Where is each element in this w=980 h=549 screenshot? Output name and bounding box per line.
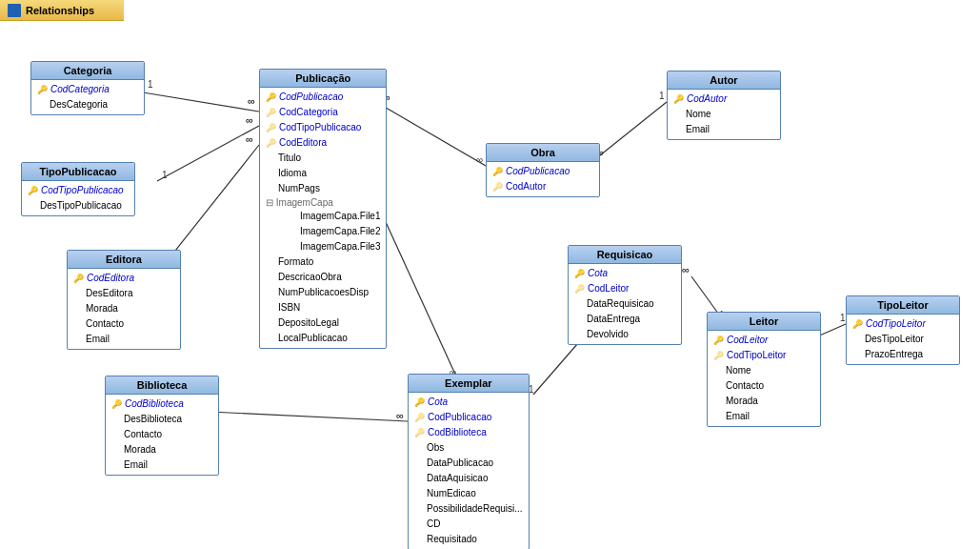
field-row: DesCategoria — [31, 97, 144, 112]
field-row: 🔑CodAutor — [487, 179, 599, 194]
field-row: 🔑CodPublicacao — [487, 164, 599, 179]
svg-text:∞: ∞ — [246, 133, 253, 145]
field-name: Contacto — [86, 317, 124, 331]
field-name: CodLeitor — [727, 334, 768, 347]
pk-icon: 🔑 — [37, 83, 48, 96]
field-row: NumPublicacoesDisp — [260, 285, 386, 300]
field-row: 🔑CodTipoPublicacao — [22, 183, 134, 198]
field-row: Email — [68, 332, 180, 347]
field-name: Email — [124, 458, 148, 472]
field-name: DesEditora — [86, 287, 132, 300]
table-requisicao: Requisicao🔑Cota🔑CodLeitorDataRequisicaoD… — [568, 245, 682, 345]
svg-line-0 — [143, 92, 259, 112]
pk-icon: 🔑 — [673, 92, 684, 106]
table-header-publicacao: Publicação — [260, 70, 386, 88]
expand-row[interactable]: ⊟ ImagemCapa — [260, 196, 386, 209]
field-row: Contacto — [708, 378, 820, 394]
field-row: Idioma — [260, 166, 386, 181]
pk-icon: 🔑 — [574, 267, 585, 280]
field-name: CodBiblioteca — [428, 426, 487, 439]
field-row: 🔑CodAutor — [668, 92, 780, 107]
field-row: Formato — [260, 254, 386, 270]
field-name: CodTipoPublicacao — [41, 184, 124, 197]
field-name: PossibilidadeRequisi... — [427, 502, 523, 516]
fk-icon: 🔑 — [713, 349, 724, 362]
field-row: PrazoEntrega — [847, 347, 959, 362]
field-name: CodEditora — [87, 272, 134, 285]
fk-icon: 🔑 — [414, 426, 425, 439]
field-name: CodCategoria — [279, 106, 338, 119]
fk-icon: 🔑 — [574, 282, 585, 295]
field-row: 🔑CodPublicacao — [260, 90, 386, 105]
svg-text:∞: ∞ — [476, 154, 483, 165]
field-name: DataEntrega — [587, 313, 640, 326]
table-categoria: Categoria🔑CodCategoriaDesCategoria — [30, 61, 145, 115]
pk-icon: 🔑 — [492, 165, 503, 178]
table-header-obra: Obra — [487, 144, 599, 162]
field-name: LocalPublicacao — [278, 332, 348, 345]
field-row: Nome — [668, 107, 780, 122]
field-row: Devolvido — [569, 327, 681, 342]
table-publicacao: Publicação🔑CodPublicacao🔑CodCategoria🔑Co… — [259, 69, 387, 349]
fk-icon: 🔑 — [266, 106, 276, 119]
table-autor: Autor🔑CodAutorNomeEmail — [667, 71, 781, 140]
field-row: 🔑CodCategoria — [31, 82, 144, 97]
pk-icon: 🔑 — [414, 396, 425, 409]
field-row: DesBiblioteca — [106, 412, 218, 427]
field-name: Cota — [428, 396, 448, 409]
table-header-categoria: Categoria — [31, 62, 144, 80]
svg-line-18 — [210, 412, 408, 421]
title-text: Relationships — [26, 5, 94, 16]
field-name: NumEdicao — [427, 487, 476, 500]
field-name: CodTipoLeitor — [866, 317, 926, 331]
field-row: Morada — [106, 442, 218, 458]
field-name: CodCategoria — [50, 83, 110, 96]
table-header-biblioteca: Biblioteca — [106, 376, 218, 395]
field-name: Email — [86, 333, 110, 346]
table-editora: Editora🔑CodEditoraDesEditoraMoradaContac… — [67, 250, 181, 350]
svg-text:1: 1 — [659, 91, 665, 101]
table-tipopublicacao: TipoPublicacao🔑CodTipoPublicacaoDesTipoP… — [21, 162, 135, 216]
table-header-tipoleitor: TipoLeitor — [847, 296, 959, 315]
field-name: Obs — [427, 441, 444, 455]
field-name: NumPublicacoesDisp — [278, 286, 369, 299]
field-row: 🔑CodBiblioteca — [409, 425, 529, 440]
field-name: Contacto — [726, 379, 764, 393]
field-name: Contacto — [124, 428, 162, 441]
svg-text:∞: ∞ — [246, 114, 253, 126]
field-row: ImagemCapa.File3 — [260, 239, 386, 254]
field-name: Cota — [588, 267, 608, 280]
field-row: DesTipoPublicacao — [22, 198, 134, 214]
field-row: Email — [106, 458, 218, 473]
svg-text:1: 1 — [148, 79, 153, 90]
field-row: ISBN — [260, 300, 386, 315]
field-name: Formato — [278, 255, 313, 269]
table-header-exemplar: Exemplar — [409, 375, 529, 393]
table-tipoleitor: TipoLeitor🔑CodTipoLeitorDesTipoLeitorPra… — [846, 295, 960, 365]
field-name: Morada — [726, 395, 758, 408]
svg-line-15 — [381, 212, 457, 378]
field-name: DesBiblioteca — [124, 413, 182, 426]
field-name: DataRequisicao — [587, 297, 654, 311]
field-name: CodAutor — [506, 180, 546, 193]
field-row: 🔑CodLeitor — [708, 333, 820, 348]
pk-icon: 🔑 — [266, 91, 276, 104]
field-row: DesEditora — [68, 286, 180, 301]
field-name: DesTipoPublicacao — [40, 199, 122, 213]
field-row: Email — [708, 409, 820, 424]
table-biblioteca: Biblioteca🔑CodBibliotecaDesBibliotecaCon… — [105, 376, 219, 476]
table-header-autor: Autor — [668, 71, 780, 90]
field-row: Morada — [708, 394, 820, 409]
table-header-editora: Editora — [68, 251, 180, 269]
field-name: CodAutor — [687, 92, 727, 106]
field-row: DataRequisicao — [569, 296, 681, 312]
field-name: DepositoLegal — [278, 316, 339, 330]
field-row: NumPags — [260, 181, 386, 196]
field-row: DescricaoObra — [260, 270, 386, 285]
svg-line-3 — [157, 126, 259, 181]
field-row: Titulo — [260, 151, 386, 166]
field-name: CodBiblioteca — [125, 397, 184, 411]
pk-icon: 🔑 — [73, 272, 84, 285]
field-name: CodPublicacao — [506, 165, 570, 178]
field-name: Devolvido — [587, 328, 629, 341]
